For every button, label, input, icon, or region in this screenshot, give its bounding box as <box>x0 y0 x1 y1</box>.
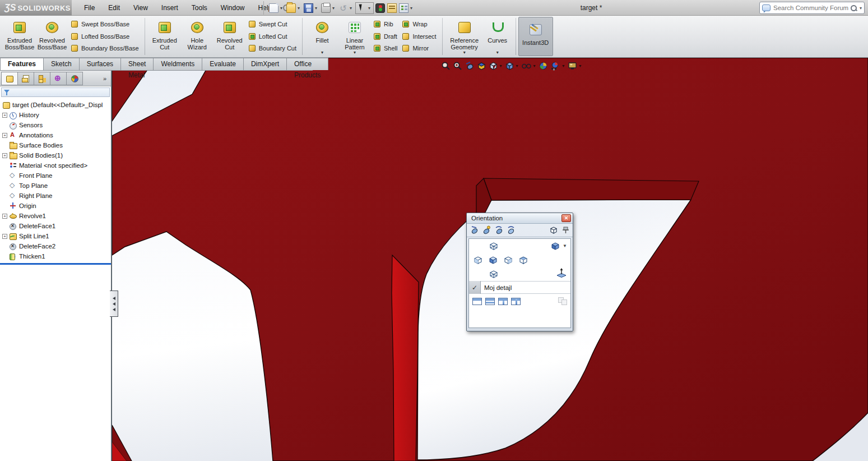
tree-root-item[interactable]: target (Default<<Default>_Displ <box>0 100 111 110</box>
swept-boss-base-button[interactable]: Swept Boss/Base <box>71 19 139 29</box>
back-view-cube-icon[interactable] <box>518 255 529 266</box>
single-view-button[interactable] <box>472 298 482 305</box>
wrap-button[interactable]: Wrap <box>402 19 436 29</box>
tree-item-solid-bodies[interactable]: + Solid Bodies(1) <box>0 150 111 160</box>
orientation-dialog-titlebar[interactable]: Orientation ✕ <box>467 213 573 224</box>
menu-insert[interactable]: Insert <box>155 0 185 16</box>
dimxpertmanager-tab[interactable] <box>50 72 67 85</box>
chevron-down-icon[interactable]: ▼ <box>578 64 582 68</box>
expand-plus-icon[interactable]: + <box>2 113 7 118</box>
tree-item-annotations[interactable]: + Annotations <box>0 130 111 140</box>
extruded-cut-button[interactable]: Extruded Cut <box>148 17 181 57</box>
isometric-view-cube-icon[interactable] <box>550 241 561 252</box>
new-view-spyglass-icon[interactable] <box>482 225 491 235</box>
panel-collapse-handle[interactable] <box>110 291 118 317</box>
tree-item-thicken1[interactable]: Thicken1 <box>0 251 111 261</box>
display-style-button[interactable]: ▼ <box>505 61 519 71</box>
tab-dimxpert[interactable]: DimXpert <box>243 58 287 70</box>
edit-appearance-button[interactable] <box>539 61 548 71</box>
chevron-down-icon[interactable]: ▼ <box>563 243 567 248</box>
instant3d-button-active[interactable]: Instant3D <box>518 17 553 56</box>
two-view-vertical-button[interactable] <box>498 298 508 305</box>
chevron-down-icon[interactable]: ▾ <box>354 50 356 55</box>
menu-window[interactable]: Window <box>214 0 252 16</box>
propertymanager-tab[interactable] <box>17 72 34 85</box>
chevron-down-icon[interactable]: ▼ <box>515 64 519 68</box>
apply-scene-button[interactable]: ▼ <box>550 61 565 71</box>
bottom-view-cube-icon[interactable] <box>488 269 499 280</box>
tree-item-material[interactable]: Material <not specified> <box>0 160 111 170</box>
revolved-boss-base-button[interactable]: Revolved Boss/Base <box>36 17 68 57</box>
tree-item-history[interactable]: + History <box>0 110 111 120</box>
tree-item-deleteface1[interactable]: DeleteFace1 <box>0 221 111 231</box>
hide-show-items-button[interactable]: ▼ <box>521 61 536 71</box>
right-view-cube-icon[interactable] <box>503 255 514 266</box>
menu-tools[interactable]: Tools <box>185 0 214 16</box>
hole-wizard-button[interactable]: Hole Wizard <box>181 17 213 57</box>
configurationmanager-tab[interactable] <box>34 72 50 85</box>
tab-surfaces[interactable]: Surfaces <box>79 58 121 70</box>
tree-item-top-plane[interactable]: Top Plane <box>0 181 111 191</box>
lofted-cut-button[interactable]: Lofted Cut <box>248 31 296 42</box>
expand-plus-icon[interactable]: + <box>2 133 7 138</box>
tab-office-products[interactable]: Office Products <box>286 58 328 70</box>
save-button[interactable]: ▾ <box>303 2 319 14</box>
tab-sheet-metal[interactable]: Sheet Metal <box>120 58 154 70</box>
intersect-button[interactable]: Intersect <box>402 31 436 42</box>
viewport-cube-icon[interactable] <box>549 225 559 235</box>
rib-button[interactable]: Rib <box>373 19 397 29</box>
featuremanager-tree-tab[interactable] <box>1 72 18 85</box>
chevron-down-icon[interactable]: ▼ <box>561 64 565 68</box>
tree-item-deleteface2[interactable]: DeleteFace2 <box>0 241 111 251</box>
front-view-cube-icon[interactable] <box>488 255 499 266</box>
close-icon[interactable]: ✕ <box>561 214 571 222</box>
chevron-down-icon[interactable]: ▾ <box>332 6 335 11</box>
menu-file[interactable]: File <box>77 0 101 16</box>
boundary-boss-base-button[interactable]: Boundary Boss/Base <box>71 43 139 53</box>
tree-item-sensors[interactable]: Sensors <box>0 120 111 130</box>
tree-item-split-line1[interactable]: + Split Line1 <box>0 231 111 241</box>
search-icon[interactable] <box>850 4 857 12</box>
tree-item-revolve1[interactable]: + Revolve1 <box>0 211 111 221</box>
zoom-to-area-button[interactable] <box>453 61 462 71</box>
open-button[interactable]: ▾ <box>286 2 302 14</box>
extruded-boss-base-button[interactable]: Extruded Boss/Base <box>3 17 36 57</box>
previous-view-spyglass-icon[interactable] <box>470 225 479 235</box>
chevron-down-icon[interactable]: ▾ <box>315 6 317 11</box>
revolved-cut-button[interactable]: Revolved Cut <box>213 17 246 57</box>
tree-filter-bar[interactable] <box>1 87 110 97</box>
expand-plus-icon[interactable]: + <box>2 214 7 219</box>
menu-edit[interactable]: Edit <box>101 0 127 16</box>
model-top-edge-band[interactable] <box>484 178 699 200</box>
draft-button[interactable]: Draft <box>373 31 397 42</box>
previous-view-button[interactable] <box>465 61 475 71</box>
search-input[interactable] <box>773 4 850 11</box>
model-bright-edge-strip[interactable] <box>392 255 419 461</box>
tree-item-front-plane[interactable]: Front Plane <box>0 170 111 181</box>
chevron-down-icon[interactable]: ▾ <box>280 6 282 11</box>
expand-plus-icon[interactable]: + <box>2 234 7 239</box>
print-button[interactable]: ▾ <box>321 2 337 14</box>
chevron-down-icon[interactable]: ▾ <box>463 50 466 55</box>
tab-evaluate[interactable]: Evaluate <box>202 58 244 70</box>
chevron-down-icon[interactable]: ▾ <box>410 6 412 11</box>
left-view-cube-icon[interactable] <box>472 255 484 266</box>
rollback-bar[interactable] <box>0 263 111 265</box>
linear-pattern-button[interactable]: Linear Pattern ▾ <box>338 17 371 57</box>
chevron-down-icon[interactable]: ▼ <box>499 64 503 68</box>
view-name-input[interactable] <box>481 284 570 291</box>
new-document-button[interactable]: ▾ <box>268 2 285 14</box>
four-view-button[interactable] <box>511 298 521 305</box>
section-view-button[interactable] <box>477 61 486 71</box>
reset-standard-views-spyglass-icon[interactable] <box>507 225 516 235</box>
view-orientation-button[interactable]: ▼ <box>489 61 503 71</box>
tab-features[interactable]: Features <box>0 58 44 70</box>
chevron-down-icon[interactable]: ▾ <box>368 6 370 11</box>
lofted-boss-base-button[interactable]: Lofted Boss/Base <box>71 31 139 42</box>
tree-item-origin[interactable]: Origin <box>0 201 111 211</box>
normal-to-icon[interactable] <box>556 268 567 279</box>
undo-button[interactable]: ↺▾ <box>338 2 354 14</box>
file-properties-button[interactable] <box>387 2 397 14</box>
reference-geometry-button[interactable]: Reference Geometry ▾ <box>446 17 483 57</box>
menu-view[interactable]: View <box>127 0 155 16</box>
